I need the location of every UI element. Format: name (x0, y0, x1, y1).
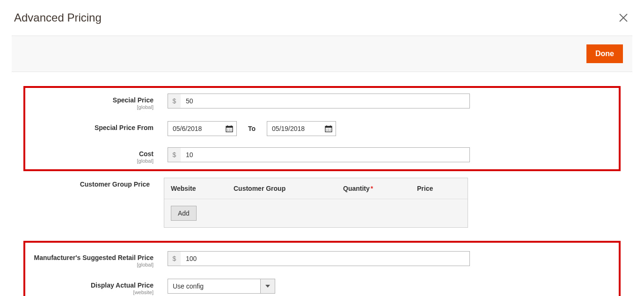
svg-point-16 (327, 129, 328, 130)
svg-rect-3 (226, 126, 233, 128)
row-special-price: Special Price [global] $ (27, 94, 617, 110)
form-area: Special Price [global] $ Special Price F… (0, 72, 644, 296)
currency-prefix: $ (168, 147, 181, 162)
label-msrp: Manufacturer's Suggested Retail Price (34, 254, 154, 261)
svg-rect-13 (325, 126, 332, 128)
input-col (168, 279, 472, 294)
label-display-actual-price: Display Actual Price (91, 282, 154, 289)
add-button[interactable]: Add (171, 206, 197, 221)
row-display-actual-price: Display Actual Price [website] (27, 279, 617, 295)
row-special-price-from: Special Price From To (27, 121, 617, 136)
svg-point-18 (330, 129, 331, 130)
row-customer-group-price: Customer Group Price Website Customer Gr… (23, 178, 621, 228)
cost-input[interactable] (168, 147, 470, 162)
close-icon[interactable] (617, 11, 630, 24)
highlight-box-special: Special Price [global] $ Special Price F… (23, 86, 621, 171)
cgp-header-quantity: Quantity* (343, 185, 417, 192)
cgp-header-website: Website (171, 185, 234, 192)
svg-point-6 (227, 129, 228, 130)
label-customer-group-price: Customer Group Price (80, 180, 150, 188)
label-col: Special Price From (27, 121, 168, 131)
calendar-icon[interactable] (322, 122, 336, 136)
cgp-header-quantity-text: Quantity (343, 185, 370, 192)
modal-title: Advanced Pricing (14, 11, 102, 24)
svg-point-20 (328, 130, 329, 131)
label-cost: Cost (139, 150, 154, 158)
special-price-input[interactable] (168, 94, 470, 108)
highlight-box-msrp: Manufacturer's Suggested Retail Price [g… (23, 241, 621, 296)
required-asterisk: * (371, 185, 373, 192)
msrp-input[interactable] (168, 251, 470, 266)
cgp-header-customer-group: Customer Group (234, 185, 343, 192)
row-msrp: Manufacturer's Suggested Retail Price [g… (27, 251, 617, 267)
input-col: $ (168, 251, 472, 266)
svg-point-7 (229, 129, 230, 130)
date-to-wrap (267, 121, 336, 136)
label-col: Special Price [global] (27, 94, 168, 110)
label-special-price: Special Price (113, 96, 154, 104)
currency-prefix: $ (168, 251, 181, 266)
cgp-body: Add (164, 199, 468, 227)
svg-point-19 (327, 130, 328, 131)
row-cost: Cost [global] $ (27, 147, 617, 164)
svg-point-11 (231, 130, 232, 131)
money-wrap: $ (168, 251, 470, 266)
label-special-price-from: Special Price From (95, 124, 154, 131)
svg-point-10 (229, 130, 230, 131)
svg-point-17 (328, 129, 329, 130)
money-wrap: $ (168, 147, 470, 162)
label-col: Cost [global] (27, 147, 168, 164)
date-from-wrap (168, 121, 237, 136)
currency-prefix: $ (168, 94, 181, 108)
date-row: To (168, 121, 472, 136)
select-wrap (168, 279, 275, 294)
chevron-down-icon[interactable] (260, 279, 275, 294)
svg-point-21 (330, 130, 331, 131)
scope-website: [website] (27, 289, 154, 295)
label-to: To (246, 125, 257, 132)
svg-marker-22 (265, 285, 270, 288)
modal-header: Advanced Pricing (0, 0, 644, 36)
cgp-header-price: Price (417, 185, 461, 192)
cgp-col: Website Customer Group Quantity* Price A… (164, 178, 468, 228)
scope-global: [global] (27, 104, 154, 110)
display-actual-price-select[interactable] (168, 279, 260, 294)
done-button[interactable]: Done (586, 44, 623, 63)
scope-global: [global] (27, 262, 154, 267)
action-bar: Done (12, 36, 632, 72)
input-col: $ (168, 94, 472, 108)
svg-point-8 (231, 129, 232, 130)
input-col: $ (168, 147, 472, 162)
cgp-head: Website Customer Group Quantity* Price (164, 178, 468, 199)
label-col: Manufacturer's Suggested Retail Price [g… (27, 251, 168, 267)
scope-global: [global] (27, 158, 154, 164)
label-col: Customer Group Price (23, 178, 164, 188)
svg-point-9 (227, 130, 228, 131)
calendar-icon[interactable] (222, 122, 236, 136)
label-col: Display Actual Price [website] (27, 279, 168, 295)
cgp-box: Website Customer Group Quantity* Price A… (164, 178, 468, 228)
money-wrap: $ (168, 94, 470, 108)
